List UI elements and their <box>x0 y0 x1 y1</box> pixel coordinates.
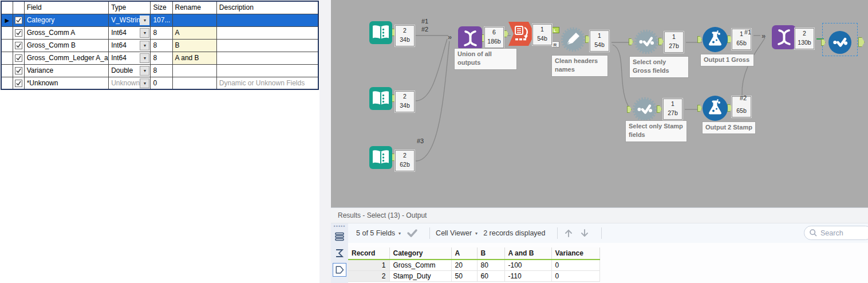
field-description-cell[interactable] <box>216 64 318 77</box>
results-cell[interactable]: 60 <box>477 270 504 281</box>
tool-annotation[interactable]: Select only Stamp fields <box>625 120 687 142</box>
description-column-header[interactable]: Description <box>216 1 318 14</box>
field-description-cell[interactable] <box>216 26 318 39</box>
field-checkbox[interactable] <box>13 64 24 77</box>
field-description-cell[interactable] <box>216 14 318 26</box>
field-row-4[interactable]: VarianceDouble▾8 <box>1 64 318 77</box>
field-size-cell[interactable]: 0 <box>151 77 172 89</box>
type-dropdown-button[interactable]: ▾ <box>140 66 149 76</box>
search-input[interactable] <box>820 229 866 237</box>
size-column-header[interactable]: Size <box>151 1 172 14</box>
apply-check-icon[interactable] <box>407 229 418 238</box>
tool-input-data-2[interactable] <box>369 87 392 110</box>
results-column-header-record[interactable]: Record <box>348 247 389 260</box>
scroll-up-button[interactable] <box>563 228 574 238</box>
field-name-cell[interactable]: Gross_Comm A <box>24 26 109 39</box>
rename-column-header[interactable]: Rename <box>172 1 216 14</box>
tool-dynamic-rename[interactable] <box>560 26 586 53</box>
tool-output-1-gross[interactable] <box>702 26 728 53</box>
field-checkbox[interactable] <box>13 77 24 89</box>
tool-annotation[interactable]: Output 1 Gross <box>700 54 754 66</box>
field-size-cell[interactable]: 8 <box>151 52 172 64</box>
wire-rename-selectstamp[interactable] <box>613 45 630 109</box>
field-name-cell[interactable]: Gross_Comm_Ledger A_and_B <box>24 52 109 64</box>
field-rename-cell[interactable] <box>172 14 216 26</box>
union-multi-input-anchor[interactable]: » <box>762 32 765 40</box>
cell-viewer-dropdown[interactable]: Cell Viewer▾ <box>436 229 478 237</box>
type-dropdown-button[interactable]: ▾ <box>140 53 149 63</box>
field-checkbox[interactable] <box>13 26 24 39</box>
field-rename-cell[interactable] <box>172 77 216 89</box>
field-size-cell[interactable]: 8 <box>151 39 172 52</box>
results-cell[interactable]: 1 <box>348 260 389 270</box>
fields-dropdown[interactable]: 5 of 5 Fields▾ <box>356 229 401 237</box>
left-input-anchor[interactable]: L <box>551 27 559 33</box>
tool-select-only-stamp[interactable] <box>632 96 658 123</box>
field-type-cell[interactable]: Int64▾ <box>109 52 151 64</box>
union-multi-input-anchor[interactable]: » <box>448 33 451 41</box>
field-type-cell[interactable]: V_WString▾ <box>109 14 151 26</box>
results-row-1[interactable]: 1Gross_Comm2080-1000 <box>348 260 599 270</box>
field-name-cell[interactable]: Gross_Comm B <box>24 39 109 52</box>
tool-annotation[interactable]: Select only Gross fields <box>629 56 689 78</box>
data-view-icon[interactable] <box>333 263 346 277</box>
field-rename-cell[interactable]: A and B <box>172 52 216 64</box>
results-cell[interactable]: 50 <box>451 270 477 281</box>
drag-handle[interactable]: ••••• <box>334 225 346 228</box>
scroll-down-button[interactable] <box>579 228 590 238</box>
results-cell[interactable]: Stamp_Duty <box>389 270 451 281</box>
field-checkbox[interactable] <box>13 39 24 52</box>
type-dropdown-button[interactable]: ▾ <box>140 78 149 88</box>
field-name-cell[interactable]: Category <box>24 14 109 26</box>
right-input-anchor[interactable]: R <box>551 41 559 48</box>
tool-transpose[interactable] <box>508 22 535 46</box>
field-description-cell[interactable] <box>216 52 318 64</box>
field-name-cell[interactable]: *Unknown <box>24 77 109 89</box>
results-cell[interactable]: 20 <box>451 260 477 270</box>
config-view-icon[interactable] <box>333 230 346 243</box>
field-rename-cell[interactable]: A <box>172 26 216 39</box>
field-row-2[interactable]: Gross_Comm BInt64▾8B <box>1 39 318 52</box>
tool-union-2[interactable] <box>772 25 796 49</box>
type-dropdown-button[interactable]: ▾ <box>140 15 149 25</box>
field-size-cell[interactable]: 8 <box>151 64 172 77</box>
tool-output-2-stamp[interactable] <box>702 95 728 121</box>
field-size-cell[interactable]: 8 <box>151 26 172 39</box>
tool-select-13[interactable] <box>828 31 851 54</box>
tool-annotation[interactable]: Clean headers names <box>551 55 608 77</box>
results-column-header-a-and-b[interactable]: A and B <box>504 247 551 260</box>
results-column-header-a[interactable]: A <box>451 247 477 260</box>
results-column-header-variance[interactable]: Variance <box>551 247 599 260</box>
tool-select-only-gross[interactable] <box>633 29 660 55</box>
results-column-header-category[interactable]: Category <box>389 247 451 260</box>
field-type-cell[interactable]: Int64▾ <box>109 26 151 39</box>
field-rename-cell[interactable] <box>172 64 216 77</box>
results-cell[interactable]: Gross_Comm <box>389 260 451 270</box>
workflow-canvas[interactable]: »LR»234b234b262b6186b154b154b127b165b213… <box>331 0 868 207</box>
tool-annotation[interactable]: Output 2 Stamp <box>702 121 756 134</box>
results-cell[interactable]: 0 <box>551 270 599 281</box>
metadata-view-icon[interactable] <box>333 246 346 260</box>
tool-input-data-3[interactable] <box>369 146 392 169</box>
field-column-header[interactable]: Field <box>24 1 109 14</box>
field-name-cell[interactable]: Variance <box>24 64 109 77</box>
field-checkbox[interactable] <box>13 14 24 26</box>
results-column-header-b[interactable]: B <box>477 247 504 260</box>
results-cell[interactable]: -110 <box>504 270 551 281</box>
wire-input2-union1[interactable] <box>416 39 447 101</box>
field-row-5[interactable]: *UnknownUnknown▾0Dynamic or Unknown Fiel… <box>1 77 318 89</box>
tool-input-data-1[interactable] <box>369 21 392 44</box>
search-box[interactable] <box>804 226 868 240</box>
results-cell[interactable]: 2 <box>348 270 389 281</box>
field-size-cell[interactable]: 107... <box>151 14 172 26</box>
field-row-0[interactable]: ▶CategoryV_WString▾107... <box>1 14 318 26</box>
tool-union-1[interactable] <box>458 26 482 50</box>
field-description-cell[interactable]: Dynamic or Unknown Fields <box>216 77 318 89</box>
field-type-cell[interactable]: Unknown▾ <box>109 77 151 89</box>
field-rename-cell[interactable]: B <box>172 39 216 52</box>
field-row-1[interactable]: Gross_Comm AInt64▾8A <box>1 26 318 39</box>
results-cell[interactable]: -100 <box>504 260 551 270</box>
type-dropdown-button[interactable]: ▾ <box>140 41 149 50</box>
field-type-cell[interactable]: Double▾ <box>109 64 151 77</box>
field-row-3[interactable]: Gross_Comm_Ledger A_and_BInt64▾8A and B <box>1 52 318 64</box>
